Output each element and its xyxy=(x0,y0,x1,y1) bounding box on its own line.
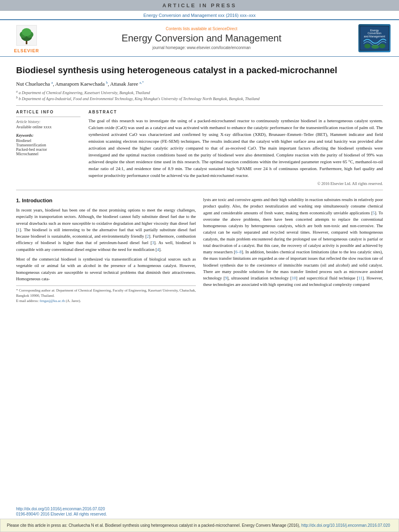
main-columns: 1. Introduction In recent years, biodies… xyxy=(16,197,383,304)
history-label: Article history: xyxy=(16,119,80,124)
journal-header: ELSEVIER Contents lists available at Sci… xyxy=(0,19,399,57)
journal-header-center: Contents lists available at ScienceDirec… xyxy=(51,27,352,50)
citation-link[interactable]: http://dx.doi.org/10.1016/j.enconman.201… xyxy=(301,523,390,528)
svg-text:Conversion: Conversion xyxy=(368,32,381,35)
left-column: 1. Introduction In recent years, biodies… xyxy=(16,197,196,304)
article-info-column: ARTICLE INFO Article history: Available … xyxy=(16,110,80,186)
affiliation-b: b b Department of Agro-Industrial, Food … xyxy=(16,96,383,101)
ref-2[interactable]: 2 xyxy=(147,234,149,238)
history-value: Available online xxxx xyxy=(16,125,80,129)
doi-link[interactable]: http://dx.doi.org/10.1016/j.enconman.201… xyxy=(16,507,383,511)
ref-5[interactable]: 5 xyxy=(373,211,375,215)
svg-point-11 xyxy=(364,44,371,49)
authors-text: Nut Chueluecha a, Amaraporn Kaewchada b,… xyxy=(16,81,144,87)
keyword-biodiesel: Biodiesel xyxy=(16,138,80,143)
elsevier-tree-icon xyxy=(14,23,39,47)
sciencedirect-prefix: Contents lists available at xyxy=(166,27,211,31)
right-column: lysts are toxic and corrosive agents and… xyxy=(203,197,383,304)
journal-citation-link[interactable]: Energy Conversion and Management xxx (20… xyxy=(144,13,256,18)
footnote-email: E-mail address: fengasj@ku.ac.th (A. Jar… xyxy=(16,298,196,304)
intro-heading: 1. Introduction xyxy=(16,197,196,205)
elsevier-label: ELSEVIER xyxy=(14,48,39,53)
ecm-logo-box: Energy Conversion and Management xyxy=(358,24,391,52)
right-para1: lysts are toxic and corrosive agents and… xyxy=(203,197,383,288)
copyright-line: © 2016 Elsevier Ltd. All rights reserved… xyxy=(88,181,383,186)
keyword-transesterification: Transesterification xyxy=(16,143,80,147)
keyword-packed-bed: Packed-bed reactor xyxy=(16,147,80,152)
divider-1 xyxy=(16,105,383,106)
sciencedirect-name[interactable]: ScienceDirect xyxy=(212,27,237,31)
intro-para2: Most of the commercial biodiesel is synt… xyxy=(16,256,196,282)
ref-1[interactable]: 1 xyxy=(18,228,20,232)
journal-homepage: journal homepage: www.elsevier.com/locat… xyxy=(51,45,352,50)
abstract-title: ABSTRACT xyxy=(88,110,383,114)
ref-6-8[interactable]: 6–8 xyxy=(235,250,242,254)
elsevier-logo: ELSEVIER xyxy=(6,23,47,53)
email-link[interactable]: fengasj@ku.ac.th xyxy=(39,299,65,303)
intro-para1: In recent years, biodiesel has been one … xyxy=(16,207,196,253)
svg-point-13 xyxy=(379,44,386,49)
footnote-area: * Corresponding author at: Department of… xyxy=(16,286,196,304)
affiliation-a: a a Department of Chemical Engineering, … xyxy=(16,90,383,95)
keywords-label: Keywords: xyxy=(16,133,80,138)
svg-point-12 xyxy=(371,45,379,49)
ref-11[interactable]: 11 xyxy=(358,276,362,280)
sciencedirect-line: Contents lists available at ScienceDirec… xyxy=(51,27,352,31)
svg-text:and Management: and Management xyxy=(364,35,385,38)
ref-4[interactable]: 4 xyxy=(157,247,159,252)
citation-text: Please cite this article in press as: Ch… xyxy=(7,523,300,528)
bottom-links: http://dx.doi.org/10.1016/j.enconman.201… xyxy=(0,505,399,519)
article-content: Biodiesel synthesis using heterogeneous … xyxy=(0,57,399,505)
article-body: ARTICLE INFO Article history: Available … xyxy=(16,110,383,186)
journal-title: Energy Conversion and Management xyxy=(51,33,352,44)
banner-text: ARTICLE IN PRESS xyxy=(162,2,237,8)
ecm-logo-image: Energy Conversion and Management xyxy=(359,26,390,51)
divider-2 xyxy=(16,190,383,190)
article-title: Biodiesel synthesis using heterogeneous … xyxy=(16,65,383,76)
article-info-title: ARTICLE INFO xyxy=(16,110,80,114)
ref-10[interactable]: 10 xyxy=(292,276,296,280)
abstract-section: ABSTRACT The goal of this research was t… xyxy=(88,110,383,186)
abstract-text: The goal of this research was to investi… xyxy=(88,117,383,179)
ref-9[interactable]: 9 xyxy=(225,276,227,280)
ecm-logo: Energy Conversion and Management xyxy=(356,24,393,52)
authors-line: Nut Chueluecha a, Amaraporn Kaewchada b,… xyxy=(16,80,383,87)
article-in-press-banner: ARTICLE IN PRESS xyxy=(0,0,399,11)
info-divider xyxy=(16,117,80,117)
footnote-corresponding: * Corresponding author at: Department of… xyxy=(16,288,196,298)
journal-citation-line: Energy Conversion and Management xxx (20… xyxy=(0,11,399,19)
citation-footer: Please cite this article in press as: Ch… xyxy=(0,519,399,532)
toxic-text: toxic xyxy=(218,197,226,202)
keyword-microchannel: Microchannel xyxy=(16,152,80,156)
page-wrapper: ARTICLE IN PRESS Energy Conversion and M… xyxy=(0,0,399,532)
svg-point-5 xyxy=(22,28,31,36)
ref-3[interactable]: 3 xyxy=(152,240,154,245)
issn-line: 0196-8904/© 2016 Elsevier Ltd. All right… xyxy=(16,512,383,516)
